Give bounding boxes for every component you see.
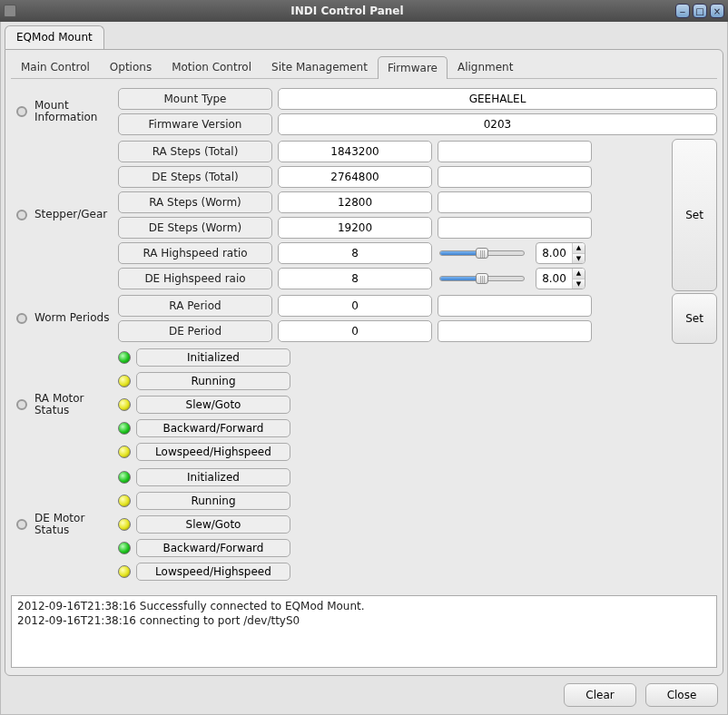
titlebar: INDI Control Panel ‒ □ × — [0, 0, 728, 22]
ra-status-row: Running — [118, 371, 717, 391]
tab-motion-control[interactable]: Motion Control — [162, 55, 261, 78]
ra-status-row: Slew/Goto — [118, 395, 717, 415]
status-led-icon — [118, 518, 131, 531]
tab-alignment[interactable]: Alignment — [448, 55, 523, 78]
label-mount-type: Mount Type — [118, 88, 272, 110]
label-de-steps-worm: DE Steps (Worm) — [118, 217, 272, 239]
ra-status-row: Initialized — [118, 348, 717, 367]
status-led-icon — [118, 375, 131, 387]
value-de-steps-worm: 19200 — [278, 217, 432, 239]
set-button-stepper[interactable]: Set — [672, 139, 717, 291]
status-indicator-mount-info — [16, 106, 27, 117]
ra-status-label: Slew/Goto — [136, 396, 290, 414]
de-status-label: Slew/Goto — [136, 515, 290, 534]
spin-down-icon[interactable]: ▼ — [573, 279, 585, 289]
status-indicator-ra-motor — [16, 399, 27, 410]
de-status-row: Running — [118, 491, 717, 511]
status-led-icon — [118, 422, 131, 435]
value-ra-steps-total: 1843200 — [278, 141, 432, 162]
de-status-row: Backward/Forward — [118, 538, 717, 558]
log-line: 2012-09-16T21:38:16 connecting to port /… — [17, 614, 711, 629]
group-label-ra-motor: RA Motor Status — [33, 346, 118, 464]
close-button[interactable]: Close — [645, 683, 718, 707]
minimize-button[interactable]: ‒ — [675, 4, 690, 18]
tab-main-control[interactable]: Main Control — [11, 55, 100, 78]
spin-up-icon[interactable]: ▲ — [573, 243, 585, 254]
group-mount-info: Mount Information Mount Type GEEHALEL Fi… — [11, 86, 717, 137]
input-de-steps-total[interactable] — [438, 166, 592, 188]
ra-status-label: Backward/Forward — [136, 419, 290, 437]
status-led-icon — [118, 471, 131, 484]
status-indicator-worm — [16, 313, 27, 324]
spin-de-highspeed[interactable]: 8.00 ▲▼ — [536, 268, 585, 289]
group-worm-periods: Worm Periods RA Period 0 DE Period 0 — [11, 293, 717, 344]
status-indicator-de-motor — [16, 519, 27, 530]
label-ra-period: RA Period — [118, 295, 272, 317]
de-status-row: Slew/Goto — [118, 514, 717, 534]
de-status-label: Backward/Forward — [136, 539, 290, 557]
tab-options[interactable]: Options — [100, 55, 162, 78]
main-tab-panel: Main Control Options Motion Control Site… — [5, 49, 723, 676]
app-icon — [4, 5, 16, 17]
status-indicator-stepper — [16, 210, 27, 220]
tab-eqmod-mount[interactable]: EQMod Mount — [5, 25, 104, 49]
ra-status-row: Lowspeed/Highspeed — [118, 442, 717, 462]
firmware-content: Mount Information Mount Type GEEHALEL Fi… — [11, 79, 717, 588]
spin-val-de-hs: 8.00 — [536, 269, 572, 289]
de-status-label: Running — [136, 492, 290, 510]
label-de-steps-total: DE Steps (Total) — [118, 166, 272, 188]
value-firmware-version: 0203 — [278, 113, 717, 135]
spin-ra-highspeed[interactable]: 8.00 ▲▼ — [536, 242, 585, 264]
group-label-de-motor: DE Motor Status — [33, 465, 118, 583]
tab-firmware[interactable]: Firmware — [378, 56, 448, 79]
slider-de-highspeed[interactable] — [439, 268, 530, 289]
main-tab-row: EQMod Mount — [5, 25, 723, 49]
label-ra-steps-total: RA Steps (Total) — [118, 141, 272, 162]
set-button-worm[interactable]: Set — [672, 293, 717, 344]
group-ra-motor-status: RA Motor Status InitializedRunningSlew/G… — [11, 346, 717, 464]
maximize-button[interactable]: □ — [693, 4, 707, 18]
status-led-icon — [118, 398, 131, 411]
tab-site-management[interactable]: Site Management — [261, 55, 378, 78]
value-de-steps-total: 2764800 — [278, 166, 432, 188]
ra-status-row: Backward/Forward — [118, 418, 717, 438]
close-window-button[interactable]: × — [710, 4, 724, 18]
label-de-highspeed-ratio: DE Highspeed raio — [118, 268, 272, 289]
window-title: INDI Control Panel — [22, 5, 673, 17]
spin-up-icon[interactable]: ▲ — [573, 269, 585, 279]
log-panel[interactable]: 2012-09-16T21:38:16 Successfully connect… — [11, 595, 717, 668]
status-led-icon — [118, 446, 131, 458]
label-de-period: DE Period — [118, 320, 272, 342]
input-ra-period[interactable] — [438, 295, 592, 317]
group-stepper-gear: Stepper/Gear RA Steps (Total) 1843200 DE… — [11, 139, 717, 291]
status-led-icon — [118, 542, 131, 554]
input-de-period[interactable] — [438, 320, 592, 342]
value-ra-highspeed-ratio: 8 — [278, 242, 432, 264]
de-status-label: Lowspeed/Highspeed — [136, 563, 290, 581]
log-line: 2012-09-16T21:38:16 Successfully connect… — [17, 600, 711, 614]
value-mount-type: GEEHALEL — [278, 88, 717, 110]
label-ra-highspeed-ratio: RA Highspeed ratio — [118, 242, 272, 264]
input-ra-steps-worm[interactable] — [438, 191, 592, 213]
status-led-icon — [118, 495, 131, 507]
label-ra-steps-worm: RA Steps (Worm) — [118, 191, 272, 213]
footer: Clear Close — [5, 676, 723, 707]
ra-status-label: Initialized — [136, 348, 290, 367]
value-ra-steps-worm: 12800 — [278, 191, 432, 213]
input-de-steps-worm[interactable] — [438, 217, 592, 239]
group-label-mount-info: Mount Information — [33, 86, 118, 137]
group-de-motor-status: DE Motor Status InitializedRunningSlew/G… — [11, 465, 717, 583]
input-ra-steps-total[interactable] — [438, 141, 592, 162]
spin-val-ra-hs: 8.00 — [536, 243, 572, 263]
subtabs: Main Control Options Motion Control Site… — [11, 55, 717, 79]
spin-down-icon[interactable]: ▼ — [573, 254, 585, 264]
group-label-stepper: Stepper/Gear — [33, 139, 118, 291]
value-ra-period: 0 — [278, 295, 432, 317]
slider-ra-highspeed[interactable] — [439, 242, 530, 264]
de-status-label: Initialized — [136, 468, 290, 486]
clear-button[interactable]: Clear — [564, 683, 636, 707]
value-de-highspeed-ratio: 8 — [278, 268, 432, 289]
label-firmware-version: Firmware Version — [118, 113, 272, 135]
group-label-worm: Worm Periods — [33, 293, 118, 344]
ra-status-label: Lowspeed/Highspeed — [136, 443, 290, 461]
